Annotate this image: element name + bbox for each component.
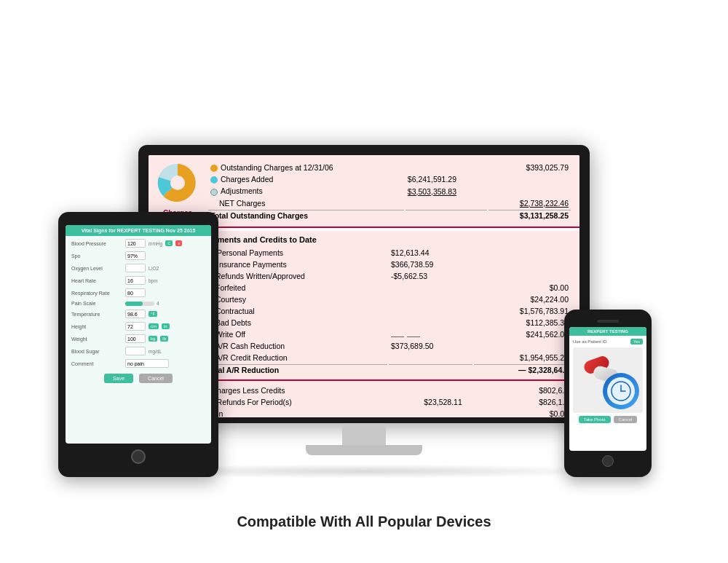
temp-f-badge: °F — [149, 311, 157, 317]
clock-icon — [603, 373, 639, 409]
phone: REXPERT TESTING Use as Patient ID Yes — [564, 310, 652, 477]
table-row: Write Off $241,562.02 — [205, 329, 571, 339]
phone-field-label: Use as Patient ID — [573, 339, 607, 344]
height-badge: cm — [149, 323, 159, 329]
table-row: Adjustments $3,503,358.83 — [208, 186, 571, 196]
take-photo-button[interactable]: Take Photo — [579, 416, 611, 423]
tablet-header: Vital Signs for REXPERT TESTING Nov 25 2… — [66, 225, 211, 236]
payments-data: Payments and Credits to Date Personal Pa… — [203, 235, 572, 377]
table-row: Courtesy $24,224.00 — [205, 294, 571, 304]
temp-input[interactable] — [125, 310, 146, 318]
table-row: Contractual $1,576,783.91 — [205, 306, 571, 316]
payments-table: Personal Payments $12,613.44 Insurance P… — [203, 246, 572, 377]
resp-rate-input[interactable] — [125, 288, 146, 297]
charges-pie-chart — [156, 161, 199, 205]
monitor-stand-neck — [342, 423, 386, 445]
tablet-field-resp-rate: Respiratory Rate — [71, 288, 205, 297]
tablet-field-weight: Weight kg lb — [71, 334, 205, 343]
height-input[interactable] — [125, 322, 146, 331]
device-scene: Charges Outstanding Charges at 12/31/06 — [36, 33, 692, 506]
toggle-yes[interactable]: Yes — [630, 339, 643, 345]
bp-badge2: x — [175, 240, 182, 246]
phone-screen: REXPERT TESTING Use as Patient ID Yes — [569, 327, 646, 451]
table-row: Forfeited $0.00 — [205, 283, 571, 293]
tablet-btn-row: Save Cancel — [71, 374, 205, 387]
charges-table: Outstanding Charges at 12/31/06 $393,025… — [207, 161, 572, 222]
phone-home-button[interactable] — [602, 455, 614, 467]
page-wrapper: Charges Outstanding Charges at 12/31/06 — [0, 0, 728, 563]
weight-input[interactable] — [125, 334, 146, 343]
charges-pie-container: Charges — [156, 161, 199, 217]
table-row: Less Pending Refunds For Period(s) $23,5… — [157, 397, 571, 407]
phone-speaker — [597, 320, 619, 323]
monitor-stand-base — [306, 445, 422, 455]
clock-svg — [611, 381, 631, 401]
bp-badge: C — [165, 240, 173, 246]
charges-total-row: Total Outstanding Charges $3,131,258.25 — [208, 210, 571, 221]
tablet-field-blood-sugar: Blood Sugar mg/dL — [71, 347, 205, 355]
tablet-bezel: Vital Signs for REXPERT TESTING Nov 25 2… — [58, 212, 218, 477]
tablet-home-button[interactable] — [131, 449, 146, 464]
tablet-field-height: Height cm in — [71, 322, 205, 331]
tablet-field-pain: Pain Scale 4 — [71, 301, 205, 306]
table-row: A/R Credit Reduction $1,954,955.29 — [205, 353, 571, 363]
blood-sugar-input[interactable] — [125, 347, 146, 355]
table-row: Personal Payments $12,613.44 — [205, 248, 571, 258]
tablet-field-comment: Comment — [71, 359, 205, 368]
height-badge2: in — [162, 323, 170, 329]
charges-total-label: Total Outstanding Charges — [208, 210, 404, 221]
phone-bezel: REXPERT TESTING Use as Patient ID Yes — [564, 310, 652, 477]
tablet-field-spo: Spo — [71, 251, 205, 260]
save-button[interactable]: Save — [104, 374, 133, 383]
weight-badge2: lb — [160, 336, 168, 342]
table-row: In Pre-collection $0.00 — [157, 409, 571, 417]
charges-total-value: $3,131,258.25 — [488, 210, 571, 221]
payments-header: Payments and Credits to Date — [203, 235, 572, 244]
phone-body: Use as Patient ID Yes — [569, 336, 646, 426]
cancel-button[interactable]: Cancel — [139, 374, 173, 383]
table-row: A/R Cash Reduction $373,689.50 — [205, 341, 571, 351]
charges-data: Outstanding Charges at 12/31/06 $393,025… — [207, 161, 572, 222]
tablet-form: Blood Pressure mmHg C x Spo Oxygen Level — [66, 236, 211, 390]
weight-badge: kg — [149, 336, 157, 342]
svg-point-1 — [170, 176, 185, 190]
table-row: Bad Debts $112,385.36 — [205, 318, 571, 328]
phone-btn-row: Take Photo Cancel — [573, 416, 643, 423]
tablet-field-blood-pressure: Blood Pressure mmHg C x — [71, 239, 205, 248]
phone-image-area — [573, 347, 643, 413]
tablet-field-temp: Temperature °F — [71, 310, 205, 318]
phone-cancel-button[interactable]: Cancel — [614, 416, 638, 423]
tablet: Vital Signs for REXPERT TESTING Nov 25 2… — [58, 212, 218, 477]
phone-header: REXPERT TESTING — [569, 327, 646, 336]
table-row: Insurance Payments $366,738.59 — [205, 259, 571, 269]
phone-toggle: Yes — [630, 339, 643, 345]
blood-pressure-input[interactable] — [125, 239, 146, 248]
table-row: Charges Added $6,241,591.29 — [208, 174, 571, 184]
oxygen-input[interactable] — [125, 264, 146, 272]
pain-slider[interactable]: 4 — [125, 301, 159, 306]
table-row: Outstanding Charges at 12/31/06 $393,025… — [208, 162, 571, 173]
phone-patient-id-row: Use as Patient ID Yes — [573, 339, 643, 345]
tablet-field-oxygen: Oxygen Level L/O2 — [71, 264, 205, 272]
table-row: Outstanding Charges Less Credits $802,6.… — [157, 385, 571, 395]
heart-rate-input[interactable] — [125, 276, 146, 285]
spo-input[interactable] — [125, 251, 146, 260]
tablet-screen: Vital Signs for REXPERT TESTING Nov 25 2… — [66, 225, 211, 444]
tablet-field-heart-rate: Heart Rate bpm — [71, 276, 205, 285]
bottom-label: Compatible With All Popular Devices — [237, 513, 491, 530]
comment-input[interactable] — [125, 359, 169, 368]
ar-total-row: Total A/R Reduction — $2,328,64... — [205, 364, 571, 375]
table-row: Refunds Written/Approved -$5,662.53 — [205, 271, 571, 281]
table-row: NET Charges $2,738,232.46 — [208, 198, 571, 208]
